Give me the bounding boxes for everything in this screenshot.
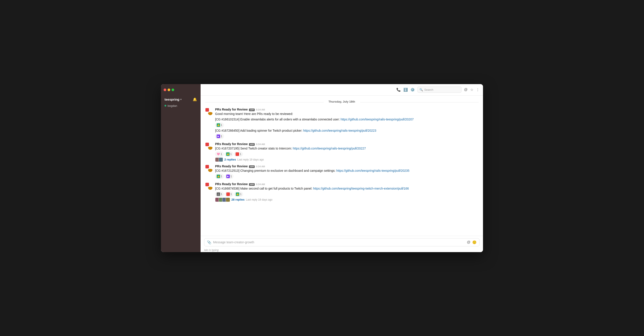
- avatar: [205, 142, 213, 150]
- online-status-dot: [164, 105, 166, 107]
- message-timestamp: 6:04 AM: [256, 108, 265, 111]
- message-text: [CG #166101514] Enable streamlabs alerts…: [215, 117, 478, 122]
- reaction-count: 1: [230, 175, 232, 178]
- call-icon[interactable]: 📞: [396, 88, 401, 92]
- reaction-item[interactable]: 👍 1: [215, 123, 224, 128]
- username-label: bogdan: [168, 104, 177, 107]
- reaction-item[interactable]: 👍 1: [224, 152, 233, 157]
- message-input[interactable]: Message team-creator-growth: [213, 240, 465, 244]
- workspace-name[interactable]: teespring ▾: [164, 98, 182, 101]
- purple-icon: ▶: [217, 135, 220, 138]
- reply-count[interactable]: 28 replies: [232, 198, 244, 201]
- message-meta: PRs Ready for Review APP 6:04 AM: [215, 164, 478, 168]
- emoji-icon[interactable]: 🙂: [472, 240, 476, 244]
- message-timestamp: 6:04 AM: [256, 143, 265, 146]
- sender-name: PRs Ready for Review: [215, 182, 248, 186]
- minimize-button[interactable]: [168, 89, 170, 91]
- reply-avatars: [215, 157, 223, 162]
- message-content: PRs Ready for Review APP 6:04 AM [CG #16…: [215, 182, 478, 202]
- reactions: 🩷 1 👍 1 🔴 1: [215, 152, 478, 157]
- avatar: [205, 108, 213, 116]
- app-badge: APP: [249, 109, 255, 111]
- search-icon: 🔍: [420, 88, 423, 91]
- message-text: [CG #166874536] Make second call to get …: [215, 186, 478, 191]
- avatar: [205, 164, 213, 172]
- at-mention-input-icon[interactable]: @: [467, 240, 470, 244]
- maximize-button[interactable]: [172, 89, 174, 91]
- pr-link[interactable]: https://github.com/teespring/rails-teesp…: [340, 118, 414, 121]
- sidebar: teespring ▾ 🔔 bogdan: [161, 84, 200, 252]
- search-box[interactable]: 🔍 Search: [418, 87, 462, 93]
- thumbsup-icon: 👍: [217, 123, 220, 127]
- red-circle-icon: 🔴: [226, 192, 230, 196]
- message-text: Good morning team! Here are PRs ready to…: [215, 112, 478, 116]
- mentions-icon[interactable]: @: [464, 88, 468, 92]
- settings-icon[interactable]: ⚙️: [410, 88, 415, 92]
- message-input-box: 📎 Message team-creator-growth @ 🙂: [204, 238, 480, 246]
- reply-avatars: [215, 197, 230, 202]
- pr-link[interactable]: https://github.com/teespring/rails-teesp…: [336, 169, 409, 172]
- typing-indicator: lalo is typing: [200, 248, 483, 252]
- purple-icon: ▶: [226, 175, 230, 178]
- pr-link[interactable]: https://github.com/teespring/rails-teesp…: [293, 147, 366, 150]
- attach-icon[interactable]: 📎: [207, 240, 211, 244]
- thumbsup-icon: 👍: [236, 192, 239, 196]
- reactions: △ 1 🔴 1 👍 1: [215, 192, 478, 197]
- date-divider: Thursday, July 18th: [200, 98, 483, 107]
- message-text: [CG #167266450] Add loading spinner for …: [215, 128, 478, 133]
- reaction-count: 1: [221, 193, 222, 196]
- reply-meta: Last reply 19 days ago: [237, 158, 264, 161]
- reaction-count: 1: [230, 153, 232, 156]
- sender-name: PRs Ready for Review: [215, 142, 248, 146]
- reply-avatar: [226, 197, 230, 202]
- app-window: teespring ▾ 🔔 bogdan 📞 ℹ️ ⚙️ 🔍 Search @ …: [161, 84, 483, 252]
- reaction-item[interactable]: 🩷 1: [215, 152, 224, 157]
- workspace-chevron-icon: ▾: [180, 98, 182, 101]
- reaction-item[interactable]: 🔴 1: [234, 152, 243, 157]
- reaction-item[interactable]: 👍 1: [215, 174, 224, 179]
- message-meta: PRs Ready for Review APP 6:04 AM: [215, 142, 478, 146]
- message-timestamp: 6:04 AM: [256, 183, 265, 186]
- messages-area: Thursday, July 18th PRs Ready for Review…: [200, 96, 483, 236]
- thread-replies: 2 replies Last reply 19 days ago: [215, 157, 478, 162]
- reaction-count: 1: [230, 193, 232, 196]
- reaction-item[interactable]: 🔴 1: [225, 192, 234, 197]
- user-status: bogdan: [161, 103, 200, 110]
- reaction-count: 1: [240, 153, 241, 156]
- input-actions: @ 🙂: [467, 240, 476, 244]
- titlebar: [161, 84, 200, 96]
- reaction-count: 1: [220, 153, 222, 156]
- message-timestamp: 6:04 AM: [256, 165, 265, 168]
- message-meta: PRs Ready for Review APP 6:04 AM: [215, 182, 478, 186]
- message-content: PRs Ready for Review APP 6:04 AM [CG #16…: [215, 164, 478, 180]
- table-row: PRs Ready for Review APP 6:04 AM [CG #16…: [200, 181, 483, 203]
- starred-icon[interactable]: ☆: [470, 88, 473, 92]
- reaction-item[interactable]: ▶ 1: [215, 134, 224, 139]
- sender-name: PRs Ready for Review: [215, 164, 248, 168]
- pr-link[interactable]: https://github.com/teespring/rails-teesp…: [303, 129, 376, 132]
- reply-meta: Last reply 18 days ago: [246, 198, 272, 201]
- reaction-item[interactable]: ▶ 1: [225, 174, 234, 179]
- reaction-item[interactable]: △ 1: [215, 192, 224, 197]
- table-row: PRs Ready for Review APP 6:04 AM [CG #16…: [200, 164, 483, 181]
- close-button[interactable]: [164, 89, 166, 91]
- message-text: [CG #167212513] Changing premium to excl…: [215, 168, 478, 173]
- reactions: ▶ 1: [215, 134, 478, 139]
- reaction-count: 1: [240, 193, 242, 196]
- channel-header: 📞 ℹ️ ⚙️ 🔍 Search @ ☆ ⋮: [200, 84, 483, 96]
- pr-link[interactable]: https://github.com/teespring/teespring-t…: [313, 187, 409, 190]
- reaction-item[interactable]: 👍 1: [234, 192, 243, 197]
- message-content: PRs Ready for Review APP 6:04 AM [CG #16…: [215, 142, 478, 162]
- notifications-icon[interactable]: 🔔: [193, 97, 197, 102]
- info-icon[interactable]: ℹ️: [404, 88, 408, 92]
- more-options-icon[interactable]: ⋮: [476, 88, 480, 92]
- red-circle-icon: 🔴: [236, 152, 239, 156]
- app-badge: APP: [249, 143, 255, 146]
- message-content: PRs Ready for Review APP 6:04 AM Good mo…: [215, 108, 478, 140]
- reply-count[interactable]: 2 replies: [224, 158, 236, 161]
- main-content: 📞 ℹ️ ⚙️ 🔍 Search @ ☆ ⋮ Thursday, July 18…: [200, 84, 483, 252]
- avatar: [205, 182, 213, 190]
- thumbsup-icon: 👍: [226, 152, 230, 156]
- app-badge: APP: [249, 165, 255, 168]
- reactions: 👍 1 ▶ 1: [215, 174, 478, 179]
